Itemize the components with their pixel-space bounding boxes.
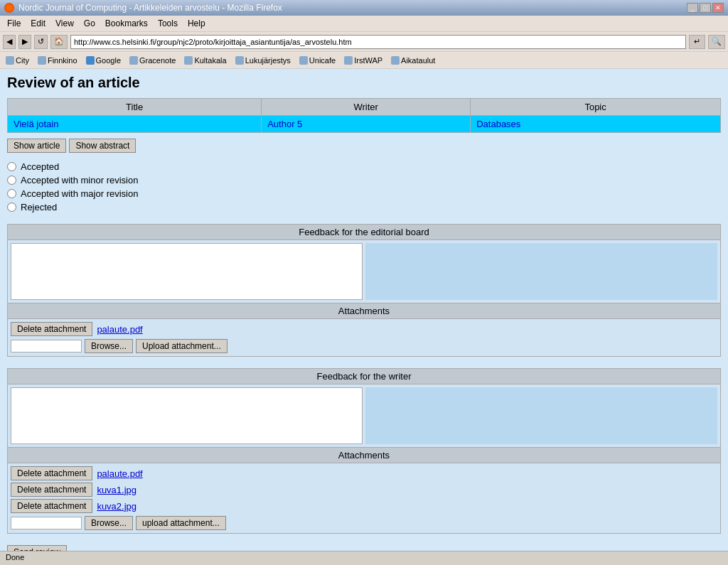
radio-rejected: Rejected xyxy=(7,202,721,212)
radio-major: Accepted with major revision xyxy=(7,188,721,199)
status-text: Done xyxy=(6,553,24,561)
delete-attachment-writer-3-button[interactable]: Delete attachment xyxy=(11,499,92,513)
show-article-button[interactable]: Show article xyxy=(7,139,66,153)
attachment-writer-2-link[interactable]: kuva1.jpg xyxy=(97,485,136,495)
feedback-editorial-body xyxy=(8,240,720,303)
show-abstract-button[interactable]: Show abstract xyxy=(69,139,136,153)
feedback-writer-right xyxy=(365,387,717,444)
menu-bookmarks[interactable]: Bookmarks xyxy=(101,17,152,30)
article-row: Vielä jotain Author 5 Databases xyxy=(8,116,721,133)
file-input-writer[interactable] xyxy=(11,517,82,529)
menu-bar: File Edit View Go Bookmarks Tools Help xyxy=(0,16,728,32)
feedback-writer-body xyxy=(8,384,720,447)
bookmark-icon xyxy=(299,56,308,65)
attachment-writer-3-link[interactable]: kuva2.jpg xyxy=(97,501,136,512)
feedback-editorial-attachments-body: Delete attachment palaute.pdf Browse... … xyxy=(8,319,720,356)
menu-help[interactable]: Help xyxy=(183,17,210,30)
menu-tools[interactable]: Tools xyxy=(154,17,182,30)
browse-writer-button[interactable]: Browse... xyxy=(85,516,133,530)
attachment-row-writer-1: Delete attachment palaute.pdf xyxy=(11,466,717,480)
bookmark-city[interactable]: City xyxy=(3,55,32,65)
attachment-row-writer-3: Delete attachment kuva2.jpg xyxy=(11,499,717,513)
title-bar: Nordic Journal of Computing - Artikkelei… xyxy=(0,0,728,16)
window-controls[interactable]: _ □ ✕ xyxy=(687,3,724,13)
bookmark-city-label: City xyxy=(16,56,29,65)
bookmark-icon xyxy=(129,56,138,65)
window-title: Nordic Journal of Computing - Artikkelei… xyxy=(18,3,282,13)
radio-rejected-label: Rejected xyxy=(21,202,57,212)
search-button[interactable]: 🔍 xyxy=(708,35,725,49)
browse-editorial-button[interactable]: Browse... xyxy=(85,339,133,353)
bookmark-irstwap[interactable]: IrstWAP xyxy=(341,55,385,65)
radio-major-input[interactable] xyxy=(7,189,16,198)
upload-editorial-button[interactable]: Upload attachment... xyxy=(136,339,228,353)
article-table: Title Writer Topic Vielä jotain Author 5… xyxy=(7,98,721,133)
status-bar: Done xyxy=(0,551,728,565)
minimize-button[interactable]: _ xyxy=(687,3,698,13)
radio-minor-input[interactable] xyxy=(7,176,16,185)
maximize-button[interactable]: □ xyxy=(700,3,711,13)
feedback-editorial-header: Feedback for the editorial board xyxy=(8,225,720,240)
article-topic: Databases xyxy=(471,116,721,133)
address-bar: ◀ ▶ ↺ 🏠 ↵ 🔍 xyxy=(0,32,728,52)
bookmark-icon xyxy=(86,56,95,65)
bookmark-icon xyxy=(6,56,14,65)
radio-accepted-label: Accepted xyxy=(21,161,59,172)
home-button[interactable]: 🏠 xyxy=(50,35,68,49)
radio-minor-label: Accepted with minor revision xyxy=(21,175,138,185)
close-button[interactable]: ✕ xyxy=(712,3,724,13)
attachment-row-writer-2: Delete attachment kuva1.jpg xyxy=(11,483,717,497)
feedback-writer-header: Feedback for the writer xyxy=(8,369,720,384)
bookmark-gracenote[interactable]: Gracenote xyxy=(127,55,178,65)
reload-button[interactable]: ↺ xyxy=(34,35,48,49)
radio-accepted: Accepted xyxy=(7,161,721,172)
go-button[interactable]: ↵ xyxy=(689,35,705,49)
bookmark-icon xyxy=(344,56,353,65)
bookmark-icon xyxy=(184,56,193,65)
bookmark-irstwap-label: IrstWAP xyxy=(354,56,382,65)
bookmark-unicafe[interactable]: Unicafe xyxy=(296,55,338,65)
article-writer: Author 5 xyxy=(262,116,471,133)
upload-writer-button[interactable]: upload attachment... xyxy=(136,516,226,530)
article-title: Vielä jotain xyxy=(8,116,262,133)
attachment-editorial-1-link[interactable]: palaute.pdf xyxy=(97,324,142,335)
browser-icon xyxy=(4,3,14,13)
bookmark-lukujarjestys[interactable]: Lukujärjestys xyxy=(232,55,294,65)
bookmark-kultakala-label: Kultakala xyxy=(194,56,226,65)
bookmark-aikataulut[interactable]: Aikataulut xyxy=(388,55,438,65)
bookmark-google-label: Google xyxy=(96,56,121,65)
feedback-editorial-textarea[interactable] xyxy=(11,243,363,300)
bookmark-gracenote-label: Gracenote xyxy=(139,56,176,65)
radio-accepted-input[interactable] xyxy=(7,162,16,171)
forward-button[interactable]: ▶ xyxy=(18,35,31,49)
bookmark-google[interactable]: Google xyxy=(83,55,124,65)
bookmark-finnkino[interactable]: Finnkino xyxy=(35,55,80,65)
address-input[interactable] xyxy=(70,35,686,49)
delete-attachment-writer-2-button[interactable]: Delete attachment xyxy=(11,483,92,497)
feedback-writer-section: Feedback for the writer Attachments Dele… xyxy=(7,368,721,534)
menu-go[interactable]: Go xyxy=(80,17,100,30)
feedback-editorial-attachments-header: Attachments xyxy=(8,303,720,319)
bookmark-icon xyxy=(235,56,244,65)
attachment-row: Delete attachment palaute.pdf xyxy=(11,322,717,336)
feedback-writer-textarea[interactable] xyxy=(11,387,363,444)
menu-view[interactable]: View xyxy=(51,17,78,30)
attachment-writer-1-link[interactable]: palaute.pdf xyxy=(97,468,142,479)
bookmarks-bar: City Finnkino Google Gracenote Kultakala… xyxy=(0,52,728,69)
delete-attachment-writer-1-button[interactable]: Delete attachment xyxy=(11,466,92,480)
bookmark-lukujarjestys-label: Lukujärjestys xyxy=(245,56,291,65)
bookmark-kultakala[interactable]: Kultakala xyxy=(181,55,229,65)
feedback-writer-attachments-header: Attachments xyxy=(8,447,720,463)
menu-file[interactable]: File xyxy=(3,17,25,30)
decision-radio-group: Accepted Accepted with minor revision Ac… xyxy=(7,161,721,212)
file-input-editorial[interactable] xyxy=(11,340,82,353)
col-topic: Topic xyxy=(471,99,721,116)
bookmark-icon xyxy=(391,56,400,65)
radio-rejected-input[interactable] xyxy=(7,203,16,212)
file-input-row-editorial: Browse... Upload attachment... xyxy=(11,339,717,353)
back-button[interactable]: ◀ xyxy=(3,35,16,49)
delete-attachment-editorial-1-button[interactable]: Delete attachment xyxy=(11,322,92,336)
bookmark-icon xyxy=(38,56,46,65)
feedback-writer-attachments-body: Delete attachment palaute.pdf Delete att… xyxy=(8,463,720,533)
menu-edit[interactable]: Edit xyxy=(26,17,50,30)
